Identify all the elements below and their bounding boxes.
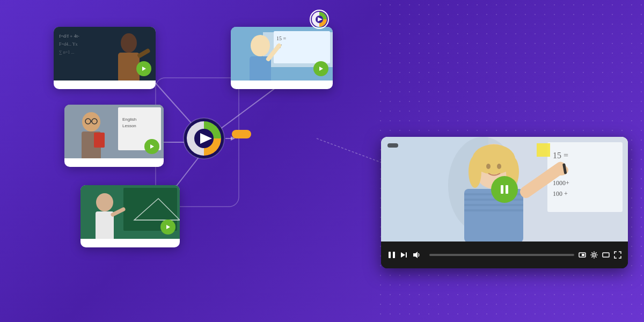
svg-point-36 xyxy=(82,112,100,131)
player-video-area: 15 = 87 1000+ 100 + xyxy=(381,137,628,241)
thumb-marketing: English Lesson xyxy=(64,105,164,158)
svg-rect-58 xyxy=(537,143,550,157)
svg-text:1000+: 1000+ xyxy=(553,179,569,187)
settings-control[interactable] xyxy=(590,251,598,259)
logo-icon xyxy=(310,10,329,29)
right-controls xyxy=(579,251,621,259)
player-controls xyxy=(381,241,628,268)
svg-rect-69 xyxy=(464,204,523,206)
play-btn-advertising[interactable] xyxy=(136,61,151,76)
svg-rect-76 xyxy=(389,252,391,258)
svg-rect-48 xyxy=(96,211,114,239)
svg-text:English: English xyxy=(122,117,136,122)
card-online-advertising[interactable]: f=d/f + 4t- F=d4... Yx ∑ n=1 ... xyxy=(54,27,156,89)
thumb-online-advertising: f=d/f + 4t- F=d4... Yx ∑ n=1 ... xyxy=(54,27,156,80)
svg-text:15 =: 15 = xyxy=(553,151,568,160)
play-btn-customer-relations[interactable] xyxy=(160,219,175,235)
svg-rect-74 xyxy=(501,185,503,194)
svg-rect-41 xyxy=(94,133,105,148)
card-customer-relations[interactable] xyxy=(80,185,180,247)
card-title-online-advertising xyxy=(54,80,156,89)
svg-text:F=d4... Yx: F=d4... Yx xyxy=(59,42,77,47)
svg-rect-77 xyxy=(393,252,395,258)
card-title-business-development xyxy=(231,80,333,89)
svg-rect-84 xyxy=(603,253,609,257)
svg-point-64 xyxy=(486,164,491,169)
svg-marker-78 xyxy=(401,252,405,258)
svg-text:∑ n=1 ...: ∑ n=1 ... xyxy=(59,50,74,55)
svg-point-19 xyxy=(121,33,137,53)
hub-center-icon xyxy=(182,117,225,160)
svg-rect-70 xyxy=(464,209,523,211)
volume-control[interactable] xyxy=(412,251,421,259)
svg-marker-22 xyxy=(142,67,146,71)
pause-button[interactable] xyxy=(491,176,518,203)
svg-text:15 =: 15 = xyxy=(276,35,287,41)
fullscreen-control[interactable] xyxy=(614,251,621,259)
svg-rect-79 xyxy=(406,252,407,258)
theater-control[interactable] xyxy=(602,251,610,259)
play-pause-control[interactable] xyxy=(387,251,396,259)
miniplayer-control[interactable] xyxy=(579,251,586,259)
thumb-customer-relations xyxy=(80,185,180,239)
svg-text:100 +: 100 + xyxy=(553,190,568,197)
svg-text:Lesson: Lesson xyxy=(122,123,136,128)
thumb-business-development: 15 = 87 xyxy=(231,27,333,80)
main-video-player[interactable]: 15 = 87 1000+ 100 + xyxy=(381,137,628,268)
svg-text:f=d/f + 4t-: f=d/f + 4t- xyxy=(59,33,79,39)
video-platform-label[interactable] xyxy=(232,130,251,138)
svg-rect-68 xyxy=(464,199,523,201)
svg-point-28 xyxy=(251,35,270,56)
svg-marker-50 xyxy=(166,225,170,229)
card-business-development[interactable]: 15 = 87 xyxy=(231,27,333,89)
svg-rect-75 xyxy=(506,185,508,194)
svg-point-47 xyxy=(96,193,113,211)
card-title-customer-relations xyxy=(80,239,180,247)
skip-control[interactable] xyxy=(400,251,408,259)
svg-marker-42 xyxy=(150,144,154,149)
svg-marker-80 xyxy=(413,252,418,258)
svg-rect-82 xyxy=(582,254,584,256)
svg-line-10 xyxy=(317,138,392,166)
play-btn-marketing[interactable] xyxy=(144,139,159,154)
play-btn-business[interactable] xyxy=(313,61,328,76)
card-title-marketing xyxy=(64,158,164,167)
card-marketing[interactable]: English Lesson xyxy=(64,105,164,167)
svg-point-62 xyxy=(469,156,481,188)
svg-point-65 xyxy=(497,164,501,169)
header xyxy=(310,10,334,29)
progress-bar[interactable] xyxy=(429,254,574,256)
svg-point-83 xyxy=(593,254,596,257)
svg-marker-31 xyxy=(319,67,323,71)
streaming-badge xyxy=(387,143,398,148)
